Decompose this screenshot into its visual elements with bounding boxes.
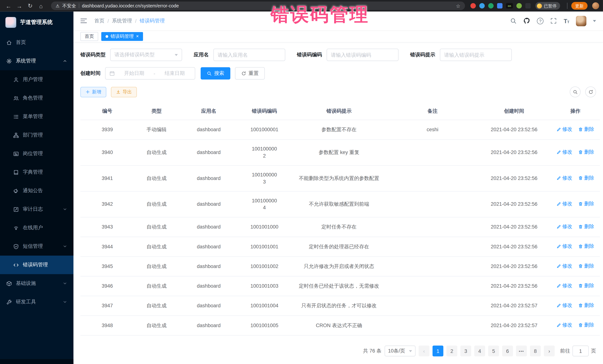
- search-icon: [573, 89, 578, 94]
- browser-forward-button[interactable]: →: [15, 3, 24, 9]
- sidebar-item-announcements[interactable]: 通知公告: [0, 181, 73, 200]
- trash-icon: [578, 244, 583, 249]
- extension-icon[interactable]: [479, 3, 485, 9]
- edit-link[interactable]: 修改: [557, 149, 572, 155]
- tab-close-icon[interactable]: ×: [136, 34, 139, 39]
- avatar-dropdown-caret[interactable]: [593, 20, 596, 22]
- table-search-toggle-button[interactable]: [570, 87, 580, 97]
- prev-page-button[interactable]: ‹: [418, 346, 429, 356]
- delete-link[interactable]: 删除: [578, 223, 594, 230]
- error-msg-input[interactable]: [440, 49, 512, 61]
- delete-link[interactable]: 删除: [578, 321, 594, 328]
- edit-link[interactable]: 修改: [557, 282, 572, 289]
- page-button-3[interactable]: 3: [460, 346, 471, 356]
- browser-update-button[interactable]: 更新: [571, 2, 587, 10]
- edit-link[interactable]: 修改: [557, 223, 572, 230]
- bookmark-star-icon[interactable]: ☆: [456, 3, 460, 9]
- col-app: 应用名: [179, 103, 239, 120]
- sidebar-item-sms-management[interactable]: 短信管理: [0, 237, 73, 255]
- sidebar-item-home[interactable]: 首页: [0, 33, 73, 52]
- error-type-select[interactable]: 请选择错误码类型: [110, 49, 182, 61]
- breadcrumb-home[interactable]: 首页: [94, 17, 104, 24]
- app-logo[interactable]: 芋道管理系统: [0, 11, 73, 33]
- more-pages-button[interactable]: •••: [516, 346, 527, 356]
- sidebar-item-position-management[interactable]: 岗位管理: [0, 144, 73, 163]
- browser-reload-button[interactable]: ↻: [25, 2, 35, 9]
- sidebar-item-error-code-management[interactable]: 错误码管理: [0, 255, 73, 274]
- error-code-input[interactable]: [326, 49, 398, 61]
- breadcrumb-system[interactable]: 系统管理: [112, 17, 132, 24]
- edit-pencil-icon: [557, 224, 561, 229]
- sidebar-item-dictionary-management[interactable]: 字典管理: [0, 163, 73, 181]
- tab-error-code-management[interactable]: 错误码管理 ×: [101, 32, 143, 41]
- edit-link[interactable]: 修改: [557, 200, 572, 207]
- sidebar-item-role-management[interactable]: 角色管理: [0, 89, 73, 107]
- fullscreen-icon[interactable]: [550, 17, 557, 24]
- sidebar-item-label: 岗位管理: [23, 150, 43, 157]
- sidebar-item-department-management[interactable]: 部门管理: [0, 126, 73, 144]
- profile-paused-badge[interactable]: 已暂停: [535, 2, 560, 10]
- sidebar-item-menu-management[interactable]: 菜单管理: [0, 107, 73, 126]
- delete-link[interactable]: 删除: [578, 126, 594, 133]
- page-button-1[interactable]: 1: [432, 346, 443, 356]
- delete-link[interactable]: 删除: [578, 175, 594, 181]
- filter-form-row-1: 错误码类型 请选择错误码类型 应用名 错误码编码: [80, 49, 596, 61]
- browser-back-button[interactable]: ←: [4, 3, 13, 9]
- calendar-icon: [109, 71, 115, 76]
- sidebar-item-user-management[interactable]: 用户管理: [0, 70, 73, 89]
- extension-icon[interactable]: [488, 3, 494, 9]
- delete-link[interactable]: 删除: [578, 243, 594, 250]
- security-label[interactable]: 不安全: [62, 3, 76, 9]
- delete-link[interactable]: 删除: [578, 302, 594, 309]
- edit-link[interactable]: 修改: [557, 263, 572, 269]
- sidebar-item-system-management[interactable]: 系统管理: [0, 52, 73, 70]
- edit-link[interactable]: 修改: [557, 243, 572, 250]
- edit-link[interactable]: 修改: [557, 126, 572, 133]
- edit-pencil-icon: [557, 201, 561, 206]
- page-size-select[interactable]: 10条/页: [385, 346, 416, 356]
- date-range-picker[interactable]: 开始日期 - 结束日期: [105, 67, 195, 79]
- page-button-6[interactable]: 6: [502, 346, 513, 356]
- next-page-button[interactable]: ›: [544, 346, 555, 356]
- github-icon[interactable]: [523, 17, 530, 24]
- extension-icon[interactable]: [497, 3, 502, 9]
- extension-icon[interactable]: [470, 3, 476, 9]
- extension-icon[interactable]: [516, 3, 522, 9]
- font-size-icon[interactable]: TT: [564, 18, 569, 24]
- table-refresh-button[interactable]: [585, 87, 596, 97]
- edit-link[interactable]: 修改: [557, 302, 572, 309]
- delete-link[interactable]: 删除: [578, 200, 594, 207]
- extension-on-icon[interactable]: on: [506, 3, 513, 9]
- page-button-5[interactable]: 5: [488, 346, 499, 356]
- search-icon[interactable]: [510, 17, 517, 24]
- add-button[interactable]: 新增: [80, 87, 106, 97]
- address-bar[interactable]: ⚠ 不安全 dashboard.yudao.iocoder.cn/system/…: [51, 1, 465, 10]
- extensions-puzzle-icon[interactable]: [525, 3, 531, 9]
- page-button-2[interactable]: 2: [446, 346, 457, 356]
- edit-link[interactable]: 修改: [557, 321, 572, 328]
- reset-button[interactable]: 重置: [235, 67, 265, 79]
- delete-link[interactable]: 删除: [578, 263, 594, 269]
- sms-shield-icon: [13, 243, 19, 249]
- help-icon[interactable]: ?: [537, 18, 544, 24]
- browser-home-button[interactable]: ⌂: [36, 3, 46, 9]
- browser-profile-avatar[interactable]: [592, 2, 599, 9]
- sidebar-item-infrastructure[interactable]: 基础设施: [0, 274, 73, 293]
- user-avatar[interactable]: [576, 16, 586, 26]
- delete-link[interactable]: 删除: [578, 282, 594, 289]
- sidebar-item-audit-log[interactable]: 审计日志: [0, 200, 73, 219]
- url-text[interactable]: dashboard.yudao.iocoder.cn/system/error-…: [82, 3, 179, 9]
- delete-link[interactable]: 删除: [578, 149, 594, 155]
- tab-home[interactable]: 首页: [80, 32, 98, 41]
- goto-page-input[interactable]: [572, 346, 589, 356]
- sidebar-item-dev-tools[interactable]: 研发工具: [0, 293, 73, 311]
- sidebar-item-online-users[interactable]: 在线用户: [0, 219, 73, 237]
- menu-fold-icon[interactable]: [80, 18, 87, 24]
- export-button[interactable]: 导出: [111, 87, 137, 97]
- page-button-8[interactable]: 8: [530, 346, 541, 356]
- page-button-4[interactable]: 4: [474, 346, 485, 356]
- app-name-input[interactable]: [213, 49, 285, 61]
- edit-link[interactable]: 修改: [557, 175, 572, 181]
- home-icon: [6, 40, 12, 45]
- search-button[interactable]: 搜索: [201, 67, 230, 79]
